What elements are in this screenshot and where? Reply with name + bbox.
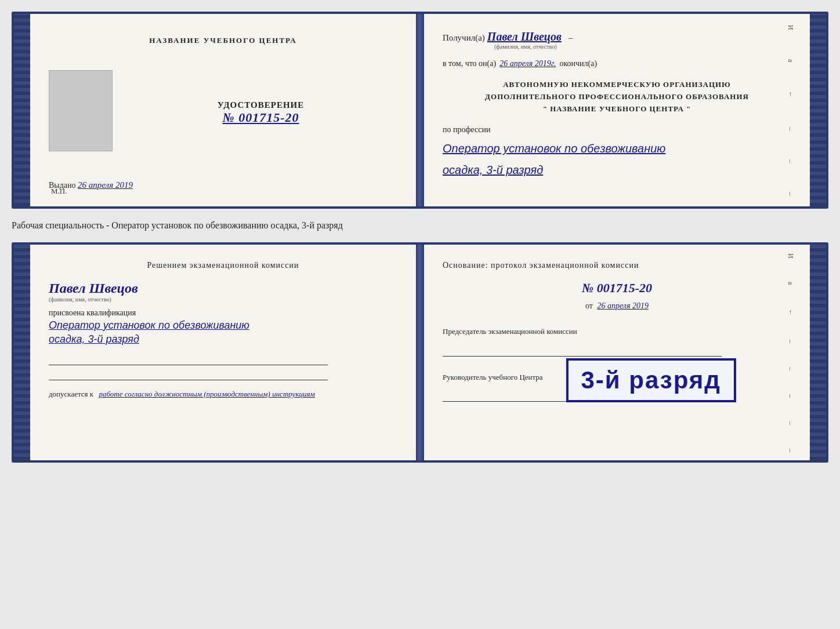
spine-top	[416, 14, 424, 206]
deco-И2: И	[786, 253, 795, 259]
chairman-label: Председатель экзаменационной комиссии	[443, 327, 791, 337]
qualification-value: Оператор установок по обезвоживанию	[49, 318, 249, 333]
caption-text: Рабочая специальность - Оператор установ…	[12, 219, 828, 232]
fio-label: (фамилия, имя, отчество)	[490, 43, 562, 50]
sig-line-2	[49, 368, 328, 380]
received-prefix: Получил(а)	[443, 33, 485, 43]
deco-dash4: –	[786, 340, 795, 343]
profession-label: по профессии	[443, 125, 791, 134]
received-line: Получил(а) Павел Швецов (фамилия, имя, о…	[443, 30, 791, 50]
person-name-large: Павел Швецов	[49, 281, 138, 296]
protocol-number: № 001715-20	[443, 281, 791, 296]
finished-label: окончил(а)	[559, 59, 597, 68]
org-line2: ДОПОЛНИТЕЛЬНОГО ПРОФЕССИОНАЛЬНОГО ОБРАЗО…	[443, 91, 791, 103]
allows-line: допускается к работе согласно должностны…	[49, 390, 315, 399]
issued-line: Выдано 26 апреля 2019	[49, 180, 397, 190]
date-value: 26 апреля 2019г.	[499, 59, 556, 68]
signature-lines	[49, 352, 328, 380]
photo-placeholder	[49, 70, 113, 151]
deco-dash3: –	[786, 192, 795, 195]
deco-dash7: –	[786, 421, 795, 425]
chairman-sig-line	[443, 344, 722, 357]
basis-title: Основание: протокол экзаменационной коми…	[443, 261, 791, 270]
issued-date: 26 апреля 2019	[78, 180, 133, 190]
mp-label: М.П.	[51, 187, 67, 196]
stamp-overlay: 3-й разряд	[566, 358, 736, 402]
deco-dash8: –	[786, 449, 795, 452]
deco-И: И	[786, 25, 795, 30]
from-date-value: 26 апреля 2019	[597, 301, 648, 310]
right-edge-decoration-top	[810, 14, 826, 206]
spine-bottom	[416, 245, 424, 460]
allows-prefix: допускается к	[49, 390, 93, 398]
deco-dash2: –	[786, 159, 795, 163]
fio-sublabel-bottom: (фамилия, имя, отчество)	[49, 296, 138, 303]
org-line1: АВТОНОМНУЮ НЕКОММЕРЧЕСКУЮ ОРГАНИЗАЦИЮ	[443, 79, 791, 91]
recipient-name: Павел Швецов	[487, 30, 562, 43]
that-line: в том, что он(а) 26 апреля 2019г. окончи…	[443, 59, 791, 68]
page-container: НАЗВАНИЕ УЧЕБНОГО ЦЕНТРА УДОСТОВЕРЕНИЕ №…	[12, 12, 828, 463]
cert-label: УДОСТОВЕРЕНИЕ	[218, 100, 305, 110]
qualification-label: присвоена квалификация	[49, 308, 136, 318]
org-text: АВТОНОМНУЮ НЕКОММЕРЧЕСКУЮ ОРГАНИЗАЦИЮ ДО…	[443, 79, 791, 115]
top-document: НАЗВАНИЕ УЧЕБНОГО ЦЕНТРА УДОСТОВЕРЕНИЕ №…	[12, 12, 828, 209]
top-doc-left-page: НАЗВАНИЕ УЧЕБНОГО ЦЕНТРА УДОСТОВЕРЕНИЕ №…	[30, 14, 416, 206]
bottom-doc-left-page: Решением экзаменационной комиссии Павел …	[30, 245, 416, 460]
decision-title: Решением экзаменационной комиссии	[49, 261, 397, 270]
profession-value: Оператор установок по обезвоживанию	[443, 140, 791, 157]
right-decoration-bottom: И а ← – – – – –	[786, 245, 795, 460]
bottom-document: Решением экзаменационной комиссии Павел …	[12, 242, 828, 463]
stamp-text: 3-й разряд	[581, 366, 721, 394]
rank-value-bottom: осадка, 3-й разряд	[49, 333, 139, 346]
right-edge-decoration-bottom	[810, 245, 826, 460]
allows-value: работе согласно должностным (производств…	[99, 390, 314, 398]
that-prefix: в том, что он(а)	[443, 59, 496, 68]
rank-value-top: осадка, 3-й разряд	[443, 163, 791, 177]
top-doc-right-page: Получил(а) Павел Швецов (фамилия, имя, о…	[424, 14, 810, 206]
from-prefix: от	[585, 301, 593, 310]
deco-dash5: –	[786, 367, 795, 370]
sig-line-1	[49, 352, 328, 365]
from-date: от 26 апреля 2019	[443, 301, 791, 311]
deco-dash6: –	[786, 394, 795, 398]
org-line3: " НАЗВАНИЕ УЧЕБНОГО ЦЕНТРА "	[443, 103, 791, 115]
training-center-title: НАЗВАНИЕ УЧЕБНОГО ЦЕНТРА	[149, 36, 297, 45]
left-edge-decoration-bottom	[14, 245, 30, 460]
left-edge-decoration	[14, 14, 30, 206]
bottom-doc-right-page: Основание: протокол экзаменационной коми…	[424, 245, 810, 460]
cert-number: № 001715-20	[223, 110, 299, 125]
